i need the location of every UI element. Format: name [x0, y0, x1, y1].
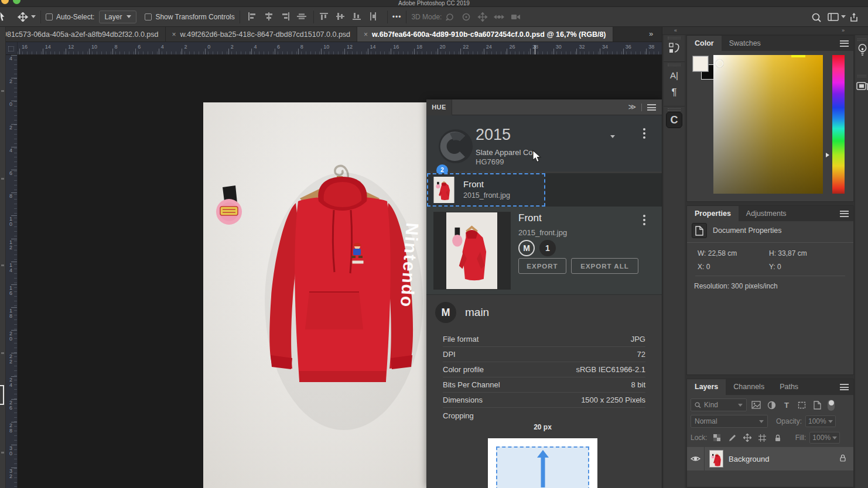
partial-swatch-outline: [0, 385, 4, 405]
character-panel-icon[interactable]: A|: [664, 66, 685, 84]
lock-all-icon[interactable]: [772, 432, 784, 443]
vertical-ruler[interactable]: 4 2 0 2 4 6 8 10 12 14 16 18 20 22 24 26…: [6, 55, 18, 488]
glyphs-panel-icon[interactable]: [664, 39, 685, 57]
document-tab[interactable]: × w.49f262d6-ba25-418c-8647-dbd87cd15107…: [166, 27, 358, 42]
asset-list-item-selected[interactable]: Front 2015_front.jpg: [427, 173, 545, 207]
filter-image-icon[interactable]: [750, 400, 762, 410]
filter-shape-icon[interactable]: [796, 400, 808, 410]
move-tool-icon[interactable]: [18, 12, 28, 22]
horizontal-ruler[interactable]: 16 14 12 10 8 6 4 2 0 2 4 6 8 10 12 14 1…: [18, 42, 662, 55]
filter-toggle[interactable]: [828, 400, 835, 411]
property-label: Bits Per Channel: [443, 380, 500, 389]
share-icon[interactable]: [849, 12, 859, 22]
search-icon[interactable]: [811, 12, 822, 22]
filter-adjustment-icon[interactable]: [766, 400, 777, 410]
export-property-row: Bits Per Channel 8 bit: [443, 377, 645, 393]
tab-adjustments[interactable]: Adjustments: [739, 206, 794, 221]
hoodie-body: [295, 197, 391, 381]
product-header: 2 2015 Slate Apparel Co. HG7699: [426, 115, 662, 171]
align-vertical-center-icon[interactable]: [336, 12, 347, 22]
tab-color[interactable]: Color: [687, 36, 722, 51]
libraries-panel-icon[interactable]: [855, 77, 868, 95]
panel-grip[interactable]: [668, 108, 681, 111]
document-tab[interactable]: × w.6b7fea64-600a-4d89-910b-c9a6072454cf…: [357, 27, 613, 42]
collapse-left-chevron[interactable]: «: [674, 28, 677, 33]
panel-menu-icon[interactable]: [840, 211, 849, 217]
layer-name[interactable]: Background: [729, 455, 769, 463]
chevron-down-icon[interactable]: [841, 15, 846, 18]
panel-menu-icon[interactable]: [647, 104, 656, 111]
layer-row-background[interactable]: Background: [687, 447, 853, 470]
main-variant-badge[interactable]: M: [518, 240, 535, 256]
distribute-horizontal-icon[interactable]: [297, 12, 307, 22]
settings-badge: M: [435, 302, 456, 323]
ruler-tick: 36: [623, 42, 647, 54]
export-button[interactable]: EXPORT: [518, 258, 566, 274]
detail-kebab-menu-icon[interactable]: [643, 215, 645, 225]
fill-field[interactable]: 100%: [809, 432, 840, 444]
ruler-tick: 18: [6, 307, 17, 330]
tab-layers[interactable]: Layers: [687, 379, 726, 395]
align-left-icon[interactable]: [248, 12, 258, 22]
saturation-brightness-field[interactable]: [713, 55, 823, 194]
align-horizontal-center-icon[interactable]: [264, 12, 275, 22]
auto-select-checkbox[interactable]: [46, 13, 53, 20]
tool-preset-caret[interactable]: [31, 15, 36, 18]
collapse-right-chevron[interactable]: »: [842, 28, 845, 33]
show-transform-label: Show Transform Controls: [155, 13, 234, 21]
export-property-row: Color profile sRGB IEC61966-2.1: [443, 362, 645, 377]
blend-mode-dropdown[interactable]: Normal: [691, 415, 768, 428]
separator: [240, 11, 240, 23]
filter-type-icon[interactable]: T: [781, 400, 792, 410]
color-panel: Color Swatches: [686, 35, 854, 202]
export-properties-table: File format JPG DPI 72 Color profile sRG…: [443, 332, 645, 423]
hue-slider-marker[interactable]: [826, 153, 829, 157]
align-bottom-icon[interactable]: [353, 12, 363, 22]
lock-position-icon[interactable]: [741, 432, 753, 443]
close-icon[interactable]: ×: [364, 30, 368, 39]
filter-smart-object-icon[interactable]: [811, 400, 823, 410]
document-tab[interactable]: × 981c573-06da-405a-a2ef-a8fb94db2f32.0.…: [0, 27, 166, 42]
lock-pixels-icon[interactable]: [726, 432, 738, 443]
close-icon[interactable]: ×: [172, 30, 176, 39]
property-value: sRGB IEC61966-2.1: [576, 365, 645, 374]
tab-swatches[interactable]: Swatches: [722, 36, 768, 51]
color-picker-cursor[interactable]: [716, 60, 723, 67]
lock-artboard-icon[interactable]: [757, 432, 768, 443]
count-badge[interactable]: 1: [539, 240, 556, 256]
crop-preview-widget[interactable]: [488, 438, 597, 488]
learn-lightbulb-icon[interactable]: [855, 41, 868, 59]
auto-select-dropdown[interactable]: Layer: [99, 11, 136, 23]
layer-visibility-eye-icon[interactable]: [687, 447, 705, 470]
layer-lock-icon: [839, 453, 846, 464]
layer-filter-kind-dropdown[interactable]: Kind: [691, 398, 747, 411]
distribute-vertical-icon[interactable]: [369, 12, 380, 22]
ruler-origin-corner[interactable]: [6, 42, 18, 55]
panel-menu-icon[interactable]: [840, 40, 849, 47]
collapse-panel-chevron[interactable]: ≫: [628, 102, 636, 111]
paragraph-panel-icon[interactable]: ¶: [664, 84, 685, 101]
more-options-button[interactable]: •••: [392, 13, 402, 21]
hue-slider[interactable]: [832, 55, 845, 194]
workspace-switcher-icon[interactable]: [828, 12, 838, 22]
align-right-icon[interactable]: [281, 12, 291, 22]
opacity-field[interactable]: 100%: [805, 415, 836, 427]
hue-panel-tab[interactable]: HUE: [426, 99, 452, 115]
align-top-icon[interactable]: [320, 12, 330, 22]
tab-properties[interactable]: Properties: [687, 206, 739, 221]
foreground-color-swatch[interactable]: [693, 56, 708, 71]
chevron-down-icon[interactable]: [610, 135, 615, 138]
lock-transparent-icon[interactable]: [711, 432, 723, 443]
tab-paths[interactable]: Paths: [772, 379, 806, 395]
slide-3d-icon: [494, 12, 504, 22]
ruler-tick: 2: [228, 42, 252, 54]
product-kebab-menu-icon[interactable]: [643, 128, 645, 139]
export-all-button[interactable]: EXPORT ALL: [571, 258, 638, 274]
doc-x-value: X: 0: [698, 263, 710, 271]
kangaroo-pocket: [305, 292, 363, 329]
panel-menu-icon[interactable]: [840, 384, 849, 390]
hue-plugin-icon[interactable]: C: [666, 112, 682, 128]
layer-thumbnail[interactable]: [709, 450, 723, 468]
show-transform-checkbox[interactable]: [145, 13, 152, 20]
tab-channels[interactable]: Channels: [726, 379, 772, 395]
